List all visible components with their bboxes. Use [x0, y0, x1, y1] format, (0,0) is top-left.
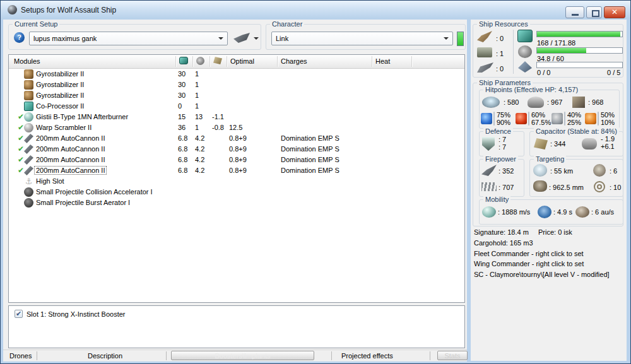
capacitor-peak-top: - 1.9 [601, 136, 615, 143]
mobility-group: Mobility : 1888 m/s : 4.9 s : 6 au/s [479, 199, 623, 225]
module-powergrid: 1 [195, 124, 199, 131]
armor-hp-icon [528, 97, 544, 108]
main-panel: Current Setup ? lupus maximus gank Chara… [3, 20, 467, 361]
module-row[interactable]: 200mm AutoCannon II 6.8 4.2 0.8+9 Domina… [9, 144, 464, 155]
module-row[interactable]: Gyrostabilizer II 30 1 [9, 69, 464, 79]
character-label: Character [270, 20, 304, 28]
coprocessor-icon [24, 102, 33, 111]
module-name: Gyrostabilizer II [36, 81, 84, 88]
column-charges[interactable]: Charges [281, 57, 307, 65]
tab-description[interactable]: Description [88, 352, 122, 360]
armor-hp-value: : 967 [547, 98, 562, 106]
powergrid-column-icon[interactable] [196, 57, 204, 65]
em-resist-icon [481, 113, 492, 124]
wing-commander-text[interactable]: Wing Commander - right click to set [474, 260, 584, 267]
module-name: 200mm AutoCannon II [36, 145, 105, 153]
rig-slots-value: : 0 [496, 65, 504, 73]
ship-menu-arrow-icon[interactable] [254, 37, 259, 42]
targeting-label: Targeting [534, 155, 566, 163]
current-setup-group: Current Setup ? lupus maximus gank [8, 24, 261, 50]
tab-stats[interactable]: Stats [437, 351, 468, 360]
resist-bottom-value: 90% [497, 119, 510, 126]
module-row[interactable]: Gistii B-Type 1MN Afterburner 15 13 -1.1 [9, 112, 464, 122]
module-name: Gyrostabilizer II [36, 70, 84, 78]
module-row[interactable]: High Slot [9, 176, 464, 187]
shield-hp-value: : 580 [504, 98, 519, 106]
booster-slot1-label: Slot 1: Strong X-Instinct Booster [27, 310, 126, 318]
restore-icon [592, 10, 599, 17]
dps-value: : 352 [498, 167, 514, 175]
module-name: Warp Scrambler II [36, 124, 91, 131]
module-row[interactable]: Co-Processor II 0 1 [9, 101, 464, 112]
module-row[interactable]: 200mm AutoCannon II 6.8 4.2 0.8+9 Domina… [9, 133, 464, 144]
module-cpu: 6.8 [178, 145, 187, 153]
module-row[interactable]: 200mm AutoCannon II 6.8 4.2 0.8+9 Domina… [9, 155, 464, 165]
module-row[interactable]: Gyrostabilizer II 30 1 [9, 90, 464, 101]
chevron-down-icon [444, 37, 449, 42]
targeting-range-value: : 55 km [550, 167, 573, 175]
booster-checkbox[interactable] [15, 310, 23, 318]
turret-hardpoints-icon [477, 31, 492, 42]
module-row[interactable]: Small Projectile Collision Accelerator I [9, 187, 464, 197]
module-cpu: 6.8 [178, 167, 187, 174]
dps-turret-icon [481, 165, 497, 176]
module-name: Small Projectile Collision Accelerator I [36, 188, 153, 196]
module-list-header[interactable]: Modules Optimal Charges Heat [9, 55, 464, 69]
cpu-column-icon[interactable] [179, 57, 188, 64]
kin-resist-icon [551, 113, 563, 124]
help-icon[interactable]: ? [14, 32, 25, 43]
turret-hardpoints-value: : 0 [496, 35, 504, 42]
capacitor-group: Capacitor (Stable at: 84%) : 344 - 1.9 +… [529, 131, 623, 156]
module-charge: Domination EMP S [281, 167, 339, 174]
module-charge: Domination EMP S [281, 134, 339, 142]
scrambler-icon [24, 123, 33, 132]
module-optimal: 0.8+9 [229, 156, 247, 163]
cpu-icon [517, 30, 533, 42]
column-heat[interactable]: Heat [375, 57, 390, 65]
module-row[interactable]: Warp Scrambler II 36 1 -0.8 12.5 [9, 122, 464, 133]
capacitor-label: Capacitor (Stable at: 84%) [534, 127, 619, 135]
tab-drones[interactable]: Drones [9, 352, 32, 360]
module-list: Modules Optimal Charges Heat Gyrostabili… [8, 54, 465, 303]
setup-select[interactable]: lupus maximus gank [29, 32, 228, 45]
price-text: Price: 0 isk [538, 228, 572, 236]
ship-menu-icon[interactable] [233, 33, 250, 43]
module-row[interactable]: Small Projectile Burst Aerator I [9, 197, 464, 208]
column-modules[interactable]: Modules [14, 57, 40, 65]
title-bar[interactable]: Setups for Wolf Assault Ship ✕ [1, 1, 630, 19]
module-row[interactable]: Gyrostabilizer II 30 1 [9, 79, 464, 90]
max-velocity-value: : 1888 m/s [498, 208, 530, 216]
capacitor-booster-icon [582, 138, 597, 150]
module-name: 200mm AutoCannon II [35, 167, 106, 174]
restore-button[interactable] [586, 6, 602, 18]
rig-slots-icon [477, 62, 493, 73]
therm-resist-icon [516, 113, 527, 124]
close-icon: ✕ [611, 8, 618, 16]
tab-boosters-implants[interactable]: Boosters\Implants [171, 351, 314, 360]
module-cpu: 6.8 [178, 156, 187, 163]
structure-hp-value: : 968 [588, 98, 603, 106]
targeting-group: Targeting : 55 km : 6 : 962.5 mm : 10 [529, 159, 623, 197]
capacitor-column-icon[interactable] [213, 57, 222, 64]
fleet-commander-text[interactable]: Fleet Commander - right click to set [474, 250, 584, 257]
module-cpu: 30 [178, 91, 186, 99]
character-select[interactable]: Link [271, 32, 453, 45]
module-cpu: 36 [178, 124, 186, 131]
tab-projected-effects[interactable]: Projected effects [341, 352, 393, 360]
module-cpu: 0 [178, 102, 182, 110]
ship-resources-group: Ship Resources : 0 : 1 : 0 168 / 171.88 … [473, 24, 623, 78]
window: Setups for Wolf Assault Ship ✕ Current S… [0, 0, 631, 364]
drone-bar [536, 62, 623, 68]
column-optimal[interactable]: Optimal [230, 57, 254, 65]
module-optimal: 0.8+9 [229, 145, 247, 153]
powergrid-icon [518, 45, 532, 58]
drone-icon [518, 61, 532, 73]
module-row[interactable]: 200mm AutoCannon II 6.8 4.2 0.8+9 Domina… [9, 165, 464, 176]
minimize-button[interactable] [565, 6, 584, 18]
close-button[interactable]: ✕ [604, 6, 625, 18]
bottom-tab-bar: DronesDescriptionBoosters\ImplantsProjec… [3, 349, 467, 361]
scan-resolution-value: : 962.5 mm [549, 184, 584, 191]
app-icon [8, 5, 17, 15]
module-powergrid: 4.2 [195, 134, 204, 142]
module-name: 200mm AutoCannon II [36, 134, 105, 142]
